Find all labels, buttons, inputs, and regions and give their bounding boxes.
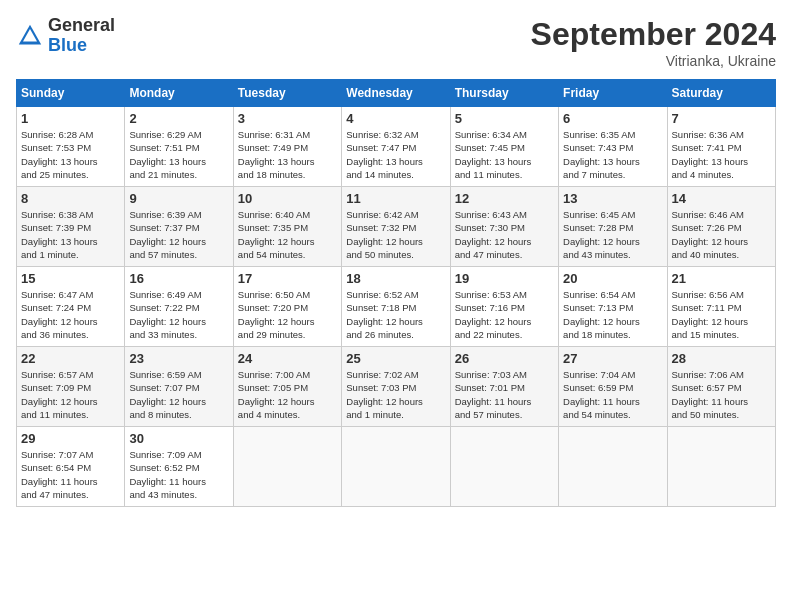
day-info: Sunrise: 6:59 AM Sunset: 7:07 PM Dayligh… [129, 368, 228, 421]
day-info: Sunrise: 7:02 AM Sunset: 7:03 PM Dayligh… [346, 368, 445, 421]
day-number: 1 [21, 111, 120, 126]
calendar-cell: 17Sunrise: 6:50 AM Sunset: 7:20 PM Dayli… [233, 267, 341, 347]
calendar-cell: 7Sunrise: 6:36 AM Sunset: 7:41 PM Daylig… [667, 107, 775, 187]
day-number: 28 [672, 351, 771, 366]
calendar-cell: 20Sunrise: 6:54 AM Sunset: 7:13 PM Dayli… [559, 267, 667, 347]
day-number: 10 [238, 191, 337, 206]
day-number: 17 [238, 271, 337, 286]
calendar-cell [342, 427, 450, 507]
calendar-cell: 29Sunrise: 7:07 AM Sunset: 6:54 PM Dayli… [17, 427, 125, 507]
logo-general: General [48, 16, 115, 36]
day-number: 14 [672, 191, 771, 206]
day-info: Sunrise: 6:45 AM Sunset: 7:28 PM Dayligh… [563, 208, 662, 261]
calendar-cell: 6Sunrise: 6:35 AM Sunset: 7:43 PM Daylig… [559, 107, 667, 187]
calendar-day-header: Monday [125, 80, 233, 107]
day-info: Sunrise: 7:09 AM Sunset: 6:52 PM Dayligh… [129, 448, 228, 501]
calendar-cell: 12Sunrise: 6:43 AM Sunset: 7:30 PM Dayli… [450, 187, 558, 267]
calendar-day-header: Thursday [450, 80, 558, 107]
calendar-cell: 24Sunrise: 7:00 AM Sunset: 7:05 PM Dayli… [233, 347, 341, 427]
day-info: Sunrise: 6:39 AM Sunset: 7:37 PM Dayligh… [129, 208, 228, 261]
calendar-cell: 13Sunrise: 6:45 AM Sunset: 7:28 PM Dayli… [559, 187, 667, 267]
day-info: Sunrise: 7:03 AM Sunset: 7:01 PM Dayligh… [455, 368, 554, 421]
day-number: 13 [563, 191, 662, 206]
calendar-cell: 16Sunrise: 6:49 AM Sunset: 7:22 PM Dayli… [125, 267, 233, 347]
day-info: Sunrise: 6:57 AM Sunset: 7:09 PM Dayligh… [21, 368, 120, 421]
day-info: Sunrise: 6:49 AM Sunset: 7:22 PM Dayligh… [129, 288, 228, 341]
calendar-day-header: Wednesday [342, 80, 450, 107]
day-number: 18 [346, 271, 445, 286]
day-info: Sunrise: 6:28 AM Sunset: 7:53 PM Dayligh… [21, 128, 120, 181]
day-info: Sunrise: 6:35 AM Sunset: 7:43 PM Dayligh… [563, 128, 662, 181]
calendar-body: 1Sunrise: 6:28 AM Sunset: 7:53 PM Daylig… [17, 107, 776, 507]
day-info: Sunrise: 7:07 AM Sunset: 6:54 PM Dayligh… [21, 448, 120, 501]
calendar-cell: 2Sunrise: 6:29 AM Sunset: 7:51 PM Daylig… [125, 107, 233, 187]
title-section: September 2024 Vitrianka, Ukraine [531, 16, 776, 69]
day-info: Sunrise: 6:31 AM Sunset: 7:49 PM Dayligh… [238, 128, 337, 181]
day-info: Sunrise: 6:47 AM Sunset: 7:24 PM Dayligh… [21, 288, 120, 341]
day-info: Sunrise: 7:00 AM Sunset: 7:05 PM Dayligh… [238, 368, 337, 421]
page-header: General Blue September 2024 Vitrianka, U… [16, 16, 776, 69]
day-number: 30 [129, 431, 228, 446]
location: Vitrianka, Ukraine [531, 53, 776, 69]
logo-icon [16, 22, 44, 50]
calendar-cell: 1Sunrise: 6:28 AM Sunset: 7:53 PM Daylig… [17, 107, 125, 187]
day-info: Sunrise: 7:06 AM Sunset: 6:57 PM Dayligh… [672, 368, 771, 421]
day-info: Sunrise: 6:42 AM Sunset: 7:32 PM Dayligh… [346, 208, 445, 261]
day-info: Sunrise: 6:50 AM Sunset: 7:20 PM Dayligh… [238, 288, 337, 341]
day-info: Sunrise: 6:38 AM Sunset: 7:39 PM Dayligh… [21, 208, 120, 261]
day-number: 19 [455, 271, 554, 286]
day-info: Sunrise: 6:56 AM Sunset: 7:11 PM Dayligh… [672, 288, 771, 341]
day-info: Sunrise: 6:54 AM Sunset: 7:13 PM Dayligh… [563, 288, 662, 341]
day-number: 9 [129, 191, 228, 206]
day-number: 23 [129, 351, 228, 366]
calendar-cell: 26Sunrise: 7:03 AM Sunset: 7:01 PM Dayli… [450, 347, 558, 427]
calendar-cell: 15Sunrise: 6:47 AM Sunset: 7:24 PM Dayli… [17, 267, 125, 347]
calendar-week-row: 1Sunrise: 6:28 AM Sunset: 7:53 PM Daylig… [17, 107, 776, 187]
calendar-cell: 10Sunrise: 6:40 AM Sunset: 7:35 PM Dayli… [233, 187, 341, 267]
day-number: 22 [21, 351, 120, 366]
calendar-day-header: Sunday [17, 80, 125, 107]
day-number: 16 [129, 271, 228, 286]
calendar-week-row: 8Sunrise: 6:38 AM Sunset: 7:39 PM Daylig… [17, 187, 776, 267]
calendar-cell: 28Sunrise: 7:06 AM Sunset: 6:57 PM Dayli… [667, 347, 775, 427]
day-number: 3 [238, 111, 337, 126]
day-number: 6 [563, 111, 662, 126]
calendar-cell: 5Sunrise: 6:34 AM Sunset: 7:45 PM Daylig… [450, 107, 558, 187]
calendar-day-header: Tuesday [233, 80, 341, 107]
day-info: Sunrise: 7:04 AM Sunset: 6:59 PM Dayligh… [563, 368, 662, 421]
calendar-table: SundayMondayTuesdayWednesdayThursdayFrid… [16, 79, 776, 507]
calendar-cell: 11Sunrise: 6:42 AM Sunset: 7:32 PM Dayli… [342, 187, 450, 267]
day-number: 20 [563, 271, 662, 286]
day-info: Sunrise: 6:53 AM Sunset: 7:16 PM Dayligh… [455, 288, 554, 341]
day-number: 11 [346, 191, 445, 206]
day-info: Sunrise: 6:32 AM Sunset: 7:47 PM Dayligh… [346, 128, 445, 181]
calendar-cell: 22Sunrise: 6:57 AM Sunset: 7:09 PM Dayli… [17, 347, 125, 427]
logo-blue: Blue [48, 36, 115, 56]
day-info: Sunrise: 6:46 AM Sunset: 7:26 PM Dayligh… [672, 208, 771, 261]
day-info: Sunrise: 6:43 AM Sunset: 7:30 PM Dayligh… [455, 208, 554, 261]
day-info: Sunrise: 6:36 AM Sunset: 7:41 PM Dayligh… [672, 128, 771, 181]
day-number: 27 [563, 351, 662, 366]
calendar-cell: 21Sunrise: 6:56 AM Sunset: 7:11 PM Dayli… [667, 267, 775, 347]
day-number: 15 [21, 271, 120, 286]
calendar-cell [667, 427, 775, 507]
calendar-cell: 4Sunrise: 6:32 AM Sunset: 7:47 PM Daylig… [342, 107, 450, 187]
calendar-week-row: 22Sunrise: 6:57 AM Sunset: 7:09 PM Dayli… [17, 347, 776, 427]
day-info: Sunrise: 6:40 AM Sunset: 7:35 PM Dayligh… [238, 208, 337, 261]
day-number: 21 [672, 271, 771, 286]
logo-text: General Blue [48, 16, 115, 56]
day-number: 5 [455, 111, 554, 126]
calendar-week-row: 15Sunrise: 6:47 AM Sunset: 7:24 PM Dayli… [17, 267, 776, 347]
day-number: 26 [455, 351, 554, 366]
day-number: 7 [672, 111, 771, 126]
calendar-cell: 9Sunrise: 6:39 AM Sunset: 7:37 PM Daylig… [125, 187, 233, 267]
logo: General Blue [16, 16, 115, 56]
day-number: 24 [238, 351, 337, 366]
calendar-day-header: Friday [559, 80, 667, 107]
calendar-cell [450, 427, 558, 507]
calendar-day-header: Saturday [667, 80, 775, 107]
calendar-cell: 14Sunrise: 6:46 AM Sunset: 7:26 PM Dayli… [667, 187, 775, 267]
day-info: Sunrise: 6:29 AM Sunset: 7:51 PM Dayligh… [129, 128, 228, 181]
day-info: Sunrise: 6:52 AM Sunset: 7:18 PM Dayligh… [346, 288, 445, 341]
day-number: 12 [455, 191, 554, 206]
